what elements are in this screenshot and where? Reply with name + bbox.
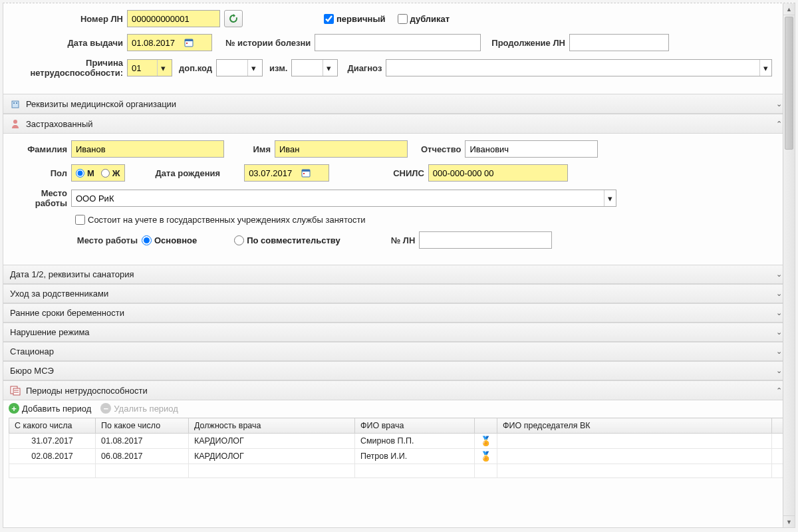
refresh-number-button[interactable] [224, 10, 243, 27]
addcode-combo[interactable]: ▾ [216, 59, 263, 76]
calendar-icon[interactable] [184, 37, 194, 48]
scroll-down-arrow[interactable]: ▼ [783, 515, 795, 527]
section-org[interactable]: Реквизиты медицинской организации ⌄⌄ [3, 94, 795, 114]
section-periods[interactable]: Периоды нетрудоспособности ⌃⌃ [3, 380, 795, 400]
gender-m-radio[interactable] [76, 169, 84, 178]
addcode-input[interactable] [217, 63, 247, 73]
section-date12[interactable]: Дата 1/2, реквизиты санатория ⌄⌄ [3, 265, 795, 284]
calendar-list-icon [10, 385, 21, 396]
label-history-no: № истории болезни [225, 38, 311, 48]
workplace-secondary-radio[interactable] [234, 235, 244, 245]
duplicate-checkbox-wrap[interactable]: дубликат [398, 14, 450, 24]
section-insured[interactable]: Застрахованный ⌃⌃ [3, 114, 795, 134]
section-mse-title: Бюро МСЭ [10, 366, 771, 376]
primary-label: первичный [336, 14, 386, 24]
col-to[interactable]: По какое число [96, 418, 189, 434]
table-row[interactable]: 02.08.2017 06.08.2017 КАРДИОЛОГ Петров И… [9, 449, 789, 464]
chevron-down-icon[interactable]: ▾ [604, 190, 616, 206]
primary-checkbox-wrap[interactable]: первичный [324, 14, 386, 24]
patronymic-input[interactable] [465, 140, 598, 158]
chevron-down-icon[interactable]: ▾ [247, 60, 259, 76]
workplace-combo[interactable]: ▾ [71, 190, 616, 207]
label-gender: Пол [11, 168, 67, 178]
cell-doctor: Смирнов П.П. [355, 434, 475, 449]
continuation-input[interactable] [569, 34, 669, 51]
chevron-down-icon[interactable]: ▾ [323, 60, 334, 76]
svg-point-6 [13, 120, 17, 124]
section-violation[interactable]: Нарушение режима ⌄⌄ [3, 323, 795, 342]
label-addcode: доп.код [179, 63, 212, 73]
periods-table[interactable]: С какого числа По какое число Должность … [9, 418, 789, 478]
issue-date-field[interactable] [132, 38, 184, 48]
label-lastname: Фамилия [11, 144, 67, 154]
duplicate-checkbox[interactable] [398, 14, 408, 24]
section-violation-title: Нарушение режима [10, 327, 771, 337]
employment-center-checkbox-wrap[interactable]: Состоит на учете в государственных учреж… [75, 215, 366, 225]
birthdate-input[interactable] [244, 164, 329, 182]
cell-badge[interactable]: 🏅 [475, 449, 497, 464]
ln-number-input[interactable] [127, 10, 220, 27]
table-row[interactable]: 31.07.2017 01.08.2017 КАРДИОЛОГ Смирнов … [9, 434, 789, 449]
delete-period-label: Удалить период [114, 404, 178, 414]
label-ln-number: Номер ЛН [10, 14, 123, 24]
cell-to: 06.08.2017 [96, 449, 189, 464]
table-row[interactable] [9, 464, 789, 478]
svg-rect-11 [13, 388, 20, 395]
award-icon: 🏅 [480, 451, 491, 462]
label-workplace-type: Место работы [51, 235, 138, 245]
section-hospital[interactable]: Стационар ⌄⌄ [3, 342, 795, 361]
chevron-down-icon[interactable]: ▾ [759, 60, 771, 76]
col-position[interactable]: Должность врача [189, 418, 355, 434]
col-doctor[interactable]: ФИО врача [355, 418, 475, 434]
cell-doctor: Петров И.И. [355, 449, 475, 464]
main-form-panel: Номер ЛН первичный дубликат Дата выдачи [3, 3, 795, 528]
change-input[interactable] [292, 63, 323, 73]
label-ln-no: № ЛН [391, 235, 416, 245]
employment-center-checkbox[interactable] [75, 215, 85, 225]
duplicate-label: дубликат [410, 14, 450, 24]
section-insured-title: Застрахованный [26, 119, 771, 129]
award-icon: 🏅 [480, 436, 491, 446]
section-care[interactable]: Уход за родственниками ⌄⌄ [3, 284, 795, 303]
svg-rect-3 [12, 101, 19, 108]
cell-to: 01.08.2017 [96, 434, 189, 449]
workplace-main-wrap[interactable]: Основное [142, 235, 197, 245]
primary-checkbox[interactable] [324, 14, 334, 24]
reason-input[interactable] [128, 63, 157, 73]
col-chairman[interactable]: ФИО председателя ВК [497, 418, 772, 434]
scroll-thumb[interactable] [785, 17, 793, 150]
col-badge [475, 418, 497, 434]
cell-position: КАРДИОЛОГ [189, 434, 355, 449]
label-continuation: Продолжение ЛН [491, 38, 565, 48]
scroll-up-arrow[interactable]: ▲ [783, 3, 795, 15]
label-change: изм. [269, 63, 287, 73]
snils-input[interactable] [428, 164, 568, 182]
history-no-input[interactable] [315, 34, 481, 51]
svg-rect-5 [16, 102, 17, 104]
issue-date-input[interactable] [127, 34, 212, 51]
section-hospital-title: Стационар [10, 346, 771, 356]
reason-combo[interactable]: ▾ [127, 59, 172, 76]
section-pregnancy[interactable]: Ранние сроки беременности ⌄⌄ [3, 303, 795, 323]
add-period-button[interactable]: + Добавить период [9, 403, 91, 414]
workplace-input[interactable] [72, 194, 604, 203]
diagnosis-input[interactable] [386, 63, 759, 73]
ln-no-input[interactable] [419, 231, 552, 249]
birthdate-field[interactable] [249, 168, 301, 178]
cell-badge[interactable]: 🏅 [475, 434, 497, 449]
label-issue-date: Дата выдачи [10, 38, 123, 48]
lastname-input[interactable] [71, 140, 224, 158]
gender-radio-group[interactable]: М Ж [71, 164, 125, 182]
section-mse[interactable]: Бюро МСЭ ⌄⌄ [3, 361, 795, 380]
vertical-scrollbar[interactable]: ▲ ▼ [783, 3, 795, 527]
gender-f-label: Ж [112, 168, 120, 178]
calendar-icon[interactable] [301, 168, 311, 178]
firstname-input[interactable] [275, 140, 408, 158]
change-combo[interactable]: ▾ [291, 59, 338, 76]
gender-f-radio[interactable] [101, 169, 110, 178]
col-from[interactable]: С какого числа [9, 418, 96, 434]
chevron-down-icon[interactable]: ▾ [157, 60, 169, 76]
diagnosis-combo[interactable]: ▾ [386, 59, 772, 76]
workplace-secondary-wrap[interactable]: По совместительству [234, 235, 340, 245]
workplace-main-radio[interactable] [142, 235, 152, 245]
